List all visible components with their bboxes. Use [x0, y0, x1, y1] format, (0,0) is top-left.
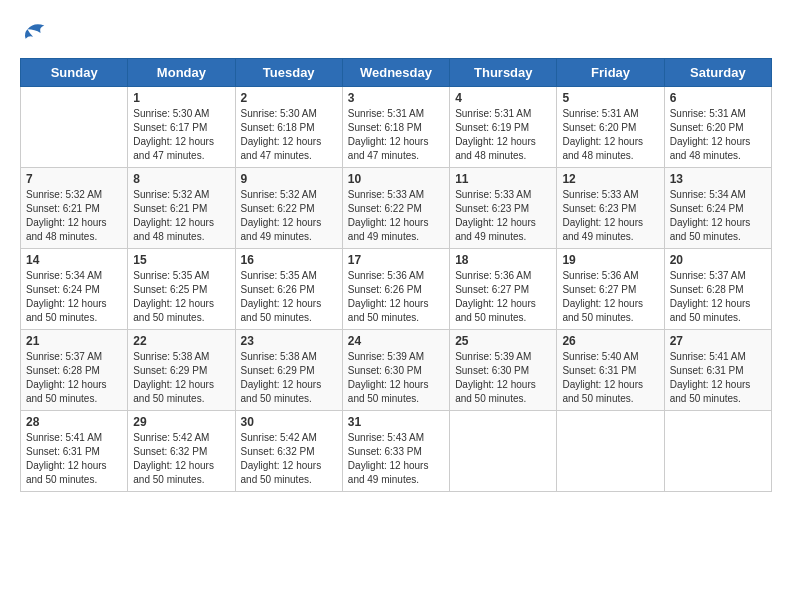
day-info: Sunrise: 5:32 AM Sunset: 6:21 PM Dayligh… [26, 188, 122, 244]
calendar-cell: 25Sunrise: 5:39 AM Sunset: 6:30 PM Dayli… [450, 330, 557, 411]
day-info: Sunrise: 5:36 AM Sunset: 6:27 PM Dayligh… [455, 269, 551, 325]
calendar-cell: 24Sunrise: 5:39 AM Sunset: 6:30 PM Dayli… [342, 330, 449, 411]
day-info: Sunrise: 5:32 AM Sunset: 6:21 PM Dayligh… [133, 188, 229, 244]
day-number: 9 [241, 172, 337, 186]
page-header [20, 20, 772, 48]
day-number: 22 [133, 334, 229, 348]
week-row-1: 1Sunrise: 5:30 AM Sunset: 6:17 PM Daylig… [21, 87, 772, 168]
day-number: 13 [670, 172, 766, 186]
day-number: 11 [455, 172, 551, 186]
calendar-table: SundayMondayTuesdayWednesdayThursdayFrid… [20, 58, 772, 492]
calendar-cell: 15Sunrise: 5:35 AM Sunset: 6:25 PM Dayli… [128, 249, 235, 330]
day-number: 6 [670, 91, 766, 105]
day-info: Sunrise: 5:33 AM Sunset: 6:22 PM Dayligh… [348, 188, 444, 244]
day-number: 10 [348, 172, 444, 186]
calendar-cell: 11Sunrise: 5:33 AM Sunset: 6:23 PM Dayli… [450, 168, 557, 249]
weekday-saturday: Saturday [664, 59, 771, 87]
calendar-body: 1Sunrise: 5:30 AM Sunset: 6:17 PM Daylig… [21, 87, 772, 492]
day-number: 28 [26, 415, 122, 429]
day-info: Sunrise: 5:37 AM Sunset: 6:28 PM Dayligh… [670, 269, 766, 325]
day-info: Sunrise: 5:31 AM Sunset: 6:20 PM Dayligh… [562, 107, 658, 163]
weekday-header-row: SundayMondayTuesdayWednesdayThursdayFrid… [21, 59, 772, 87]
calendar-cell [450, 411, 557, 492]
calendar-cell: 28Sunrise: 5:41 AM Sunset: 6:31 PM Dayli… [21, 411, 128, 492]
week-row-5: 28Sunrise: 5:41 AM Sunset: 6:31 PM Dayli… [21, 411, 772, 492]
logo [20, 20, 52, 48]
day-info: Sunrise: 5:31 AM Sunset: 6:18 PM Dayligh… [348, 107, 444, 163]
day-info: Sunrise: 5:40 AM Sunset: 6:31 PM Dayligh… [562, 350, 658, 406]
day-number: 27 [670, 334, 766, 348]
week-row-2: 7Sunrise: 5:32 AM Sunset: 6:21 PM Daylig… [21, 168, 772, 249]
calendar-cell: 5Sunrise: 5:31 AM Sunset: 6:20 PM Daylig… [557, 87, 664, 168]
day-info: Sunrise: 5:38 AM Sunset: 6:29 PM Dayligh… [241, 350, 337, 406]
week-row-3: 14Sunrise: 5:34 AM Sunset: 6:24 PM Dayli… [21, 249, 772, 330]
day-info: Sunrise: 5:35 AM Sunset: 6:25 PM Dayligh… [133, 269, 229, 325]
day-info: Sunrise: 5:43 AM Sunset: 6:33 PM Dayligh… [348, 431, 444, 487]
calendar-cell: 26Sunrise: 5:40 AM Sunset: 6:31 PM Dayli… [557, 330, 664, 411]
day-number: 16 [241, 253, 337, 267]
calendar-cell [557, 411, 664, 492]
day-info: Sunrise: 5:41 AM Sunset: 6:31 PM Dayligh… [26, 431, 122, 487]
calendar-cell: 4Sunrise: 5:31 AM Sunset: 6:19 PM Daylig… [450, 87, 557, 168]
calendar-cell: 6Sunrise: 5:31 AM Sunset: 6:20 PM Daylig… [664, 87, 771, 168]
day-info: Sunrise: 5:30 AM Sunset: 6:17 PM Dayligh… [133, 107, 229, 163]
day-info: Sunrise: 5:42 AM Sunset: 6:32 PM Dayligh… [241, 431, 337, 487]
calendar-cell: 17Sunrise: 5:36 AM Sunset: 6:26 PM Dayli… [342, 249, 449, 330]
day-info: Sunrise: 5:37 AM Sunset: 6:28 PM Dayligh… [26, 350, 122, 406]
calendar-cell: 22Sunrise: 5:38 AM Sunset: 6:29 PM Dayli… [128, 330, 235, 411]
calendar-cell: 10Sunrise: 5:33 AM Sunset: 6:22 PM Dayli… [342, 168, 449, 249]
day-info: Sunrise: 5:39 AM Sunset: 6:30 PM Dayligh… [348, 350, 444, 406]
day-number: 2 [241, 91, 337, 105]
day-number: 3 [348, 91, 444, 105]
day-number: 21 [26, 334, 122, 348]
calendar-cell: 21Sunrise: 5:37 AM Sunset: 6:28 PM Dayli… [21, 330, 128, 411]
day-info: Sunrise: 5:33 AM Sunset: 6:23 PM Dayligh… [562, 188, 658, 244]
day-info: Sunrise: 5:34 AM Sunset: 6:24 PM Dayligh… [670, 188, 766, 244]
calendar-cell: 9Sunrise: 5:32 AM Sunset: 6:22 PM Daylig… [235, 168, 342, 249]
week-row-4: 21Sunrise: 5:37 AM Sunset: 6:28 PM Dayli… [21, 330, 772, 411]
day-number: 17 [348, 253, 444, 267]
day-info: Sunrise: 5:36 AM Sunset: 6:27 PM Dayligh… [562, 269, 658, 325]
calendar-cell: 7Sunrise: 5:32 AM Sunset: 6:21 PM Daylig… [21, 168, 128, 249]
day-number: 7 [26, 172, 122, 186]
calendar-cell: 18Sunrise: 5:36 AM Sunset: 6:27 PM Dayli… [450, 249, 557, 330]
weekday-sunday: Sunday [21, 59, 128, 87]
day-info: Sunrise: 5:41 AM Sunset: 6:31 PM Dayligh… [670, 350, 766, 406]
day-info: Sunrise: 5:36 AM Sunset: 6:26 PM Dayligh… [348, 269, 444, 325]
day-number: 14 [26, 253, 122, 267]
calendar-cell: 29Sunrise: 5:42 AM Sunset: 6:32 PM Dayli… [128, 411, 235, 492]
calendar-cell: 20Sunrise: 5:37 AM Sunset: 6:28 PM Dayli… [664, 249, 771, 330]
day-number: 25 [455, 334, 551, 348]
day-number: 8 [133, 172, 229, 186]
day-number: 18 [455, 253, 551, 267]
day-info: Sunrise: 5:39 AM Sunset: 6:30 PM Dayligh… [455, 350, 551, 406]
calendar-cell: 31Sunrise: 5:43 AM Sunset: 6:33 PM Dayli… [342, 411, 449, 492]
day-info: Sunrise: 5:30 AM Sunset: 6:18 PM Dayligh… [241, 107, 337, 163]
calendar-cell: 3Sunrise: 5:31 AM Sunset: 6:18 PM Daylig… [342, 87, 449, 168]
calendar-cell [21, 87, 128, 168]
calendar-cell: 8Sunrise: 5:32 AM Sunset: 6:21 PM Daylig… [128, 168, 235, 249]
day-info: Sunrise: 5:31 AM Sunset: 6:19 PM Dayligh… [455, 107, 551, 163]
weekday-wednesday: Wednesday [342, 59, 449, 87]
calendar-cell: 2Sunrise: 5:30 AM Sunset: 6:18 PM Daylig… [235, 87, 342, 168]
weekday-tuesday: Tuesday [235, 59, 342, 87]
day-info: Sunrise: 5:34 AM Sunset: 6:24 PM Dayligh… [26, 269, 122, 325]
day-info: Sunrise: 5:33 AM Sunset: 6:23 PM Dayligh… [455, 188, 551, 244]
day-number: 29 [133, 415, 229, 429]
calendar-cell: 14Sunrise: 5:34 AM Sunset: 6:24 PM Dayli… [21, 249, 128, 330]
calendar-cell: 1Sunrise: 5:30 AM Sunset: 6:17 PM Daylig… [128, 87, 235, 168]
day-number: 5 [562, 91, 658, 105]
calendar-cell: 16Sunrise: 5:35 AM Sunset: 6:26 PM Dayli… [235, 249, 342, 330]
calendar-cell: 13Sunrise: 5:34 AM Sunset: 6:24 PM Dayli… [664, 168, 771, 249]
day-number: 26 [562, 334, 658, 348]
day-number: 19 [562, 253, 658, 267]
day-number: 4 [455, 91, 551, 105]
day-number: 31 [348, 415, 444, 429]
day-info: Sunrise: 5:31 AM Sunset: 6:20 PM Dayligh… [670, 107, 766, 163]
day-info: Sunrise: 5:42 AM Sunset: 6:32 PM Dayligh… [133, 431, 229, 487]
calendar-cell: 23Sunrise: 5:38 AM Sunset: 6:29 PM Dayli… [235, 330, 342, 411]
calendar-cell: 27Sunrise: 5:41 AM Sunset: 6:31 PM Dayli… [664, 330, 771, 411]
day-number: 1 [133, 91, 229, 105]
day-info: Sunrise: 5:32 AM Sunset: 6:22 PM Dayligh… [241, 188, 337, 244]
logo-bird-icon [20, 20, 48, 48]
